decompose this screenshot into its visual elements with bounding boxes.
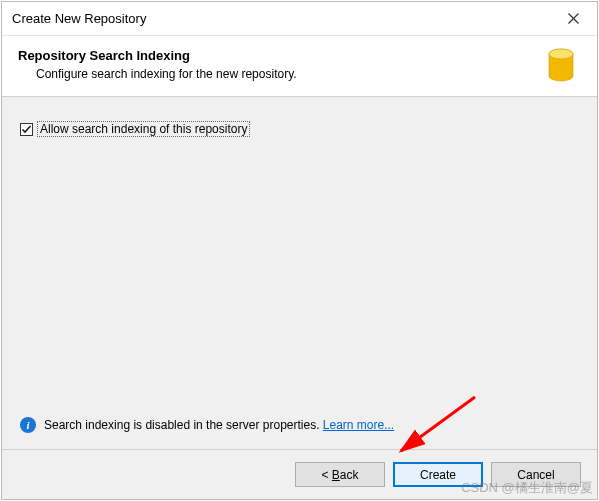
titlebar: Create New Repository	[2, 2, 597, 36]
info-row: i Search indexing is disabled in the ser…	[20, 413, 579, 437]
allow-search-indexing-checkbox[interactable]	[20, 123, 33, 136]
create-button[interactable]: Create	[393, 462, 483, 487]
info-icon: i	[20, 417, 36, 433]
window-title: Create New Repository	[12, 11, 551, 26]
wizard-header-text: Repository Search Indexing Configure sea…	[18, 48, 541, 81]
info-message: Search indexing is disabled in the serve…	[44, 418, 394, 432]
create-repository-dialog: Create New Repository Repository Search …	[1, 1, 598, 500]
wizard-description: Configure search indexing for the new re…	[18, 67, 541, 81]
back-button[interactable]: < Back	[295, 462, 385, 487]
cancel-button[interactable]: Cancel	[491, 462, 581, 487]
svg-point-3	[549, 49, 573, 59]
info-text: Search indexing is disabled in the serve…	[44, 418, 323, 432]
learn-more-link[interactable]: Learn more...	[323, 418, 394, 432]
button-bar: < Back Create Cancel	[2, 450, 597, 499]
close-button[interactable]	[551, 4, 595, 34]
allow-search-indexing-label[interactable]: Allow search indexing of this repository	[37, 121, 250, 137]
close-icon	[568, 13, 579, 24]
wizard-header: Repository Search Indexing Configure sea…	[2, 36, 597, 97]
allow-search-indexing-row: Allow search indexing of this repository	[20, 121, 579, 137]
database-icon	[541, 48, 581, 82]
wizard-content: Allow search indexing of this repository…	[2, 97, 597, 450]
wizard-title: Repository Search Indexing	[18, 48, 541, 63]
content-spacer	[20, 137, 579, 413]
checkmark-icon	[21, 124, 32, 135]
